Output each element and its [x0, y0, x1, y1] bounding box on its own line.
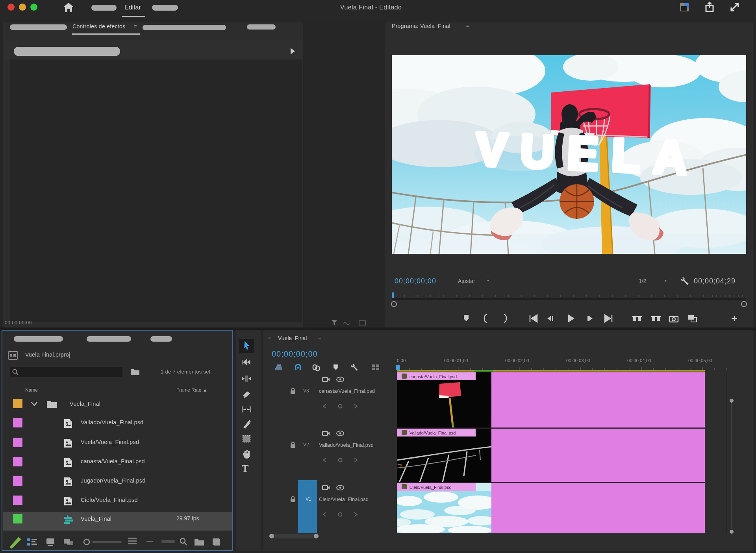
- svg-text:VUELA: VUELA: [475, 123, 702, 185]
